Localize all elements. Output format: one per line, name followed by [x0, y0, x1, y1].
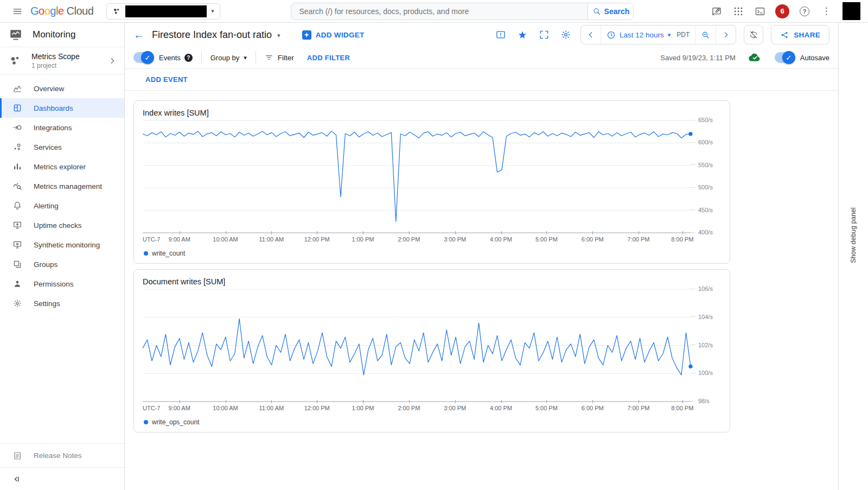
collapse-sidebar-button[interactable]: [0, 467, 124, 490]
chart-card: Document writes [SUM] 106/s104/s102/s100…: [133, 269, 730, 432]
product-header: Monitoring: [0, 23, 124, 47]
title-caret-icon[interactable]: ▾: [277, 32, 280, 39]
save-status-area: Saved 9/19/23, 1:11 PM ✓ Autosave: [660, 52, 829, 63]
project-selector[interactable]: ▾: [106, 3, 220, 20]
x-axis: UTC-7 9:00 AM10:00 AM11:00 AM12:00 PM1:0…: [143, 402, 691, 416]
events-label: Events: [159, 54, 181, 62]
logo-cloud-text: Cloud: [67, 5, 94, 17]
back-button[interactable]: ←: [133, 29, 149, 41]
release-notes-label: Release Notes: [34, 451, 82, 460]
chevron-right-icon: [722, 30, 730, 39]
refresh-off-icon: [749, 30, 758, 40]
chart-title: Index writes [SUM]: [143, 109, 721, 117]
logo-letter: o: [44, 5, 50, 17]
plus-icon: +: [302, 30, 311, 40]
permissions-icon: [12, 279, 22, 289]
autosave-toggle[interactable]: ✓: [775, 52, 795, 63]
metrics-scope[interactable]: Metrics Scope 1 project: [0, 47, 124, 74]
feedback-icon[interactable]: [710, 5, 723, 18]
x-tick-mark: [592, 400, 593, 403]
info-card-icon[interactable]: [494, 28, 508, 42]
logo-letter: o: [39, 5, 44, 17]
prev-time-button[interactable]: [581, 26, 601, 44]
next-time-button[interactable]: [716, 26, 736, 44]
apps-grid-icon[interactable]: [732, 5, 745, 18]
events-toggle[interactable]: ✓: [133, 52, 154, 63]
sidebar-item-integrations[interactable]: Integrations: [0, 118, 124, 137]
x-axis: UTC-7 9:00 AM10:00 AM11:00 AM12:00 PM1:0…: [143, 233, 691, 247]
sidebar-item-dashboards[interactable]: Dashboards: [0, 98, 124, 118]
share-icon: [780, 30, 789, 40]
utc-offset-label: UTC-7: [143, 236, 160, 243]
group-by-dropdown[interactable]: Group by ▾: [210, 54, 247, 62]
sidebar-item-settings[interactable]: Settings: [0, 294, 124, 313]
x-tick-label: 12:00 PM: [304, 405, 330, 411]
y-axis-labels: 650/s600/s550/s500/s450/s400/s: [691, 120, 721, 233]
x-tick-mark: [317, 400, 317, 403]
y-tick-label: 400/s: [691, 229, 713, 236]
release-notes[interactable]: Release Notes: [0, 443, 124, 467]
alerting-icon: [12, 201, 22, 211]
sidebar-item-label: Alerting: [34, 202, 59, 210]
fullscreen-icon[interactable]: [537, 28, 551, 42]
logo-letter: g: [50, 5, 56, 17]
chevron-left-icon: [586, 30, 595, 39]
add-event-button[interactable]: ADD EVENT: [145, 75, 188, 84]
zoom-time-button[interactable]: [695, 26, 716, 44]
x-tick-mark: [455, 231, 456, 234]
x-tick-label: 5:00 PM: [535, 405, 558, 411]
dashboard-header: ← Firestore Index fan-out ratio ▾ + ADD …: [125, 23, 838, 47]
x-tick-label: 9:00 AM: [168, 405, 190, 411]
help-icon[interactable]: ?: [798, 5, 811, 18]
auto-refresh-off-button[interactable]: [744, 25, 763, 44]
sidebar-item-uptime-checks[interactable]: Uptime checks: [0, 215, 124, 235]
cloud-shell-icon[interactable]: [754, 5, 767, 18]
sidebar-item-label: Settings: [34, 300, 60, 308]
sidebar-item-alerting[interactable]: Alerting: [0, 196, 124, 215]
debug-panel-toggle[interactable]: Show debug panel: [838, 23, 868, 490]
sidebar-item-groups[interactable]: Groups: [0, 254, 124, 274]
notifications-badge[interactable]: 6: [775, 4, 789, 18]
search-area: Search: [220, 3, 705, 20]
favorite-star-icon[interactable]: ★: [515, 28, 529, 42]
chart-plot[interactable]: [143, 120, 691, 233]
share-button[interactable]: SHARE: [771, 25, 829, 44]
search-input[interactable]: [291, 3, 588, 20]
avatar[interactable]: [843, 2, 860, 20]
y-tick-label: 102/s: [691, 342, 713, 348]
sidebar-item-overview[interactable]: Overview: [0, 79, 124, 98]
x-tick-label: 10:00 AM: [213, 405, 238, 411]
add-widget-button[interactable]: + ADD WIDGET: [302, 30, 365, 40]
menu-icon[interactable]: [8, 2, 27, 21]
events-help-icon[interactable]: ?: [184, 54, 193, 62]
dashboard-title[interactable]: Firestore Index fan-out ratio: [152, 29, 272, 41]
sidebar-item-metrics-management[interactable]: Metrics management: [0, 176, 124, 196]
y-tick-label: 650/s: [691, 117, 713, 123]
add-filter-button[interactable]: ADD FILTER: [307, 54, 350, 62]
search-button[interactable]: Search: [588, 3, 633, 20]
dashboard-settings-icon[interactable]: [559, 28, 573, 42]
x-tick-mark: [501, 400, 502, 403]
release-notes-icon: [12, 451, 22, 461]
y-tick-label: 98/s: [691, 398, 710, 404]
filter-icon: [265, 53, 273, 62]
sidebar-item-synthetic-monitoring[interactable]: Synthetic monitoring: [0, 235, 124, 254]
sidebar-item-permissions[interactable]: Permissions: [0, 274, 124, 294]
filter-button[interactable]: Filter: [265, 53, 294, 62]
y-tick-label: 500/s: [691, 184, 713, 190]
search-bar[interactable]: Search: [291, 3, 634, 20]
logo-letter: e: [58, 5, 64, 17]
sidebar-item-metrics-explorer[interactable]: Metrics explorer: [0, 157, 124, 176]
x-tick-mark: [639, 400, 639, 403]
x-tick-label: 1:00 PM: [352, 236, 374, 243]
time-range-dropdown[interactable]: Last 12 hours ▾ PDT: [601, 26, 695, 44]
y-axis-labels: 106/s104/s102/s100/s98/s: [691, 289, 721, 402]
x-tick-label: 6:00 PM: [582, 405, 604, 411]
sidebar-nav: OverviewDashboardsIntegrationsServicesMe…: [0, 74, 124, 313]
more-options-icon[interactable]: ⋮: [820, 5, 833, 18]
x-tick-mark: [317, 231, 317, 234]
chart-plot[interactable]: [143, 289, 691, 402]
y-tick-label: 550/s: [691, 162, 713, 168]
main-content: Show debug panel ← Firestore Index fan-o…: [125, 23, 868, 490]
sidebar-item-services[interactable]: Services: [0, 137, 124, 157]
